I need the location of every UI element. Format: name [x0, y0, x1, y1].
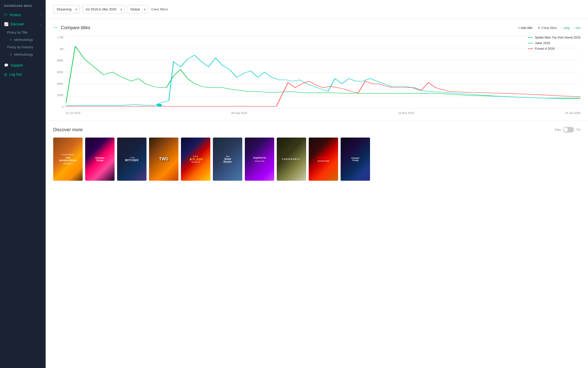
clear-titles-label: Clear titles	[541, 26, 557, 30]
poster-stranger-label: StrangerThings	[85, 138, 115, 181]
sidebar-support-label: Support	[10, 63, 23, 67]
sidebar-item-methodology1[interactable]: Methodology	[3, 36, 46, 43]
chart-main: 01 Jul 2019 08 Sep 2019 16 Nov 2019 24 J…	[66, 36, 580, 114]
discover-header: Discover more Film TV	[53, 127, 580, 132]
legend-label-spiderman: Spider-Man: Far from Home 2019	[535, 36, 580, 39]
film-label: Film	[555, 128, 561, 132]
sidebar-discover-label: Discover	[10, 22, 24, 26]
y-label-800k: 800K	[57, 59, 63, 62]
poster-strangerthings4-label: StrangerThings	[341, 138, 370, 181]
sidebar-item-logout[interactable]: ◎ Log Out	[0, 70, 46, 79]
x-icon: ✕	[538, 26, 540, 30]
chart-svg	[66, 36, 580, 108]
x-label-jul: 01 Jul 2019	[66, 111, 80, 114]
poster-theboys[interactable]: THE BOYS SEASON ONE	[309, 138, 338, 181]
section-header: 〰 Compare titles + Add title ✕ Clear tit…	[53, 25, 580, 31]
sidebar-logout-label: Log Out	[9, 72, 22, 76]
dot-icon2	[10, 54, 12, 55]
export-buttons: ↓ png ↓ csv	[562, 26, 580, 30]
y-label-1.2m: 1.2M	[57, 36, 63, 39]
sidebar-menu-label: DASHBOARD MENU	[0, 0, 46, 10]
clear-filters-button[interactable]: Clear filters	[150, 5, 169, 13]
sidebar-item-methodology2[interactable]: Methodology	[3, 51, 46, 58]
poster-chernobyl[interactable]: CHERNOBYL	[277, 138, 306, 181]
discover-title: Discover more	[53, 127, 83, 132]
chart-legend: Spider-Man: Far from Home 2019 Joker 201…	[528, 36, 580, 51]
sidebar-submenu-discover: Piracy by Title Methodology Piracy by In…	[0, 29, 46, 58]
filters-bar: Streaming Jul 2019 to Mar 2020 Global Cl…	[46, 0, 588, 19]
region-select-wrapper: Global	[127, 5, 148, 13]
compare-titles-section: 〰 Compare titles + Add title ✕ Clear tit…	[46, 19, 588, 121]
methodology2-label: Methodology	[14, 53, 33, 56]
clear-titles-button[interactable]: ✕ Clear titles	[538, 26, 557, 30]
poster-gooddoctor[interactable]: The GoodDoctor	[213, 138, 242, 181]
poster-twd-label: TWD	[149, 138, 178, 181]
dot-icon	[10, 39, 12, 41]
chart-area: 1.2M 1M 800K 600K 400K 200K 0	[53, 36, 580, 114]
discover-section: Discover more Film TV STAR WARS THEMANDA…	[46, 121, 588, 188]
sidebar-protect-label: Protect	[10, 13, 21, 17]
piracy-title-label: Piracy by Title	[7, 30, 28, 34]
svg-point-0	[157, 104, 162, 107]
streaming-select-wrapper: Streaming	[53, 5, 80, 13]
poster-witcher-label: ☽ THE WITCHER	[117, 138, 146, 181]
discover-icon: 📈	[4, 22, 8, 26]
poster-stranger-things[interactable]: StrangerThings	[85, 138, 115, 181]
legend-item-spiderman: Spider-Man: Far from Home 2019	[528, 36, 580, 39]
legend-line-joker	[528, 43, 533, 43]
poster-stranger-things-4[interactable]: StrangerThings	[341, 138, 370, 181]
legend-label-joker: Joker 2019	[535, 41, 550, 45]
piracy-industry-label: Piracy by Industry	[7, 45, 33, 49]
region-select[interactable]: Global	[127, 5, 148, 13]
date-select-wrapper: Jul 2019 to Mar 2020	[82, 5, 124, 13]
chart-y-axis: 1.2M 1M 800K 600K 400K 200K 0	[53, 36, 66, 114]
main-content: Streaming Jul 2019 to Mar 2020 Global Cl…	[46, 0, 588, 368]
sidebar-item-discover[interactable]: 📈 Discover ⌄	[0, 20, 46, 29]
shield-icon: 🛡	[4, 13, 8, 17]
section-actions: + Add title ✕ Clear titles ↓ png ↓ csv	[518, 26, 580, 30]
poster-witcher[interactable]: ☽ THE WITCHER	[117, 138, 146, 181]
sidebar-item-piracy-title[interactable]: Piracy by Title	[3, 29, 46, 36]
add-title-button[interactable]: + Add title	[518, 26, 532, 30]
legend-line-frozen	[528, 48, 533, 49]
sidebar-item-support[interactable]: 💬 Support	[0, 61, 46, 70]
x-label-sep: 08 Sep 2019	[231, 111, 247, 114]
poster-mandalorian[interactable]: STAR WARS THEMANDALORIAN SEASON 1	[53, 138, 83, 181]
poster-mandalorian-label: STAR WARS THEMANDALORIAN SEASON 1	[53, 138, 83, 181]
export-png-button[interactable]: ↓ png	[562, 26, 569, 30]
y-label-1m: 1M	[60, 47, 63, 51]
y-label-200k: 200K	[57, 94, 63, 97]
y-label-600k: 600K	[57, 71, 63, 74]
chart-x-axis: 01 Jul 2019 08 Sep 2019 16 Nov 2019 24 J…	[66, 108, 580, 114]
support-icon: 💬	[4, 63, 8, 67]
sidebar: DASHBOARD MENU 🛡 Protect › 📈 Discover ⌄ …	[0, 0, 46, 368]
x-label-nov: 16 Nov 2019	[398, 111, 414, 114]
poster-flash[interactable]: THE ⚡FLASH SEASON 6	[181, 138, 210, 181]
streaming-select[interactable]: Streaming	[53, 5, 80, 13]
film-tv-switch[interactable]	[563, 127, 574, 132]
compare-titles-title: Compare titles	[61, 25, 90, 30]
film-tv-toggle: Film TV	[555, 127, 580, 132]
legend-label-frozen: Frozen II 2019	[535, 47, 555, 51]
chart-container: 1.2M 1M 800K 600K 400K 200K 0	[53, 36, 580, 114]
poster-flash-label: THE ⚡FLASH SEASON 6	[181, 138, 210, 181]
legend-item-frozen: Frozen II 2019	[528, 47, 580, 51]
poster-twd[interactable]: TWD	[149, 138, 178, 181]
export-csv-button[interactable]: ↓ csv	[574, 26, 580, 30]
poster-chernobyl-label: CHERNOBYL	[277, 138, 306, 181]
logout-icon: ◎	[4, 72, 7, 76]
y-label-400k: 400K	[57, 82, 63, 85]
sidebar-item-piracy-industry[interactable]: Piracy by Industry	[3, 43, 46, 51]
y-label-0: 0	[62, 105, 63, 108]
date-range-select[interactable]: Jul 2019 to Mar 2020	[82, 5, 124, 13]
poster-theboys-label: THE BOYS SEASON ONE	[309, 138, 338, 181]
methodology1-label: Methodology	[14, 38, 33, 42]
wave-icon: 〰	[53, 25, 58, 31]
sidebar-item-protect[interactable]: 🛡 Protect ›	[0, 10, 46, 20]
toggle-knob	[563, 127, 568, 132]
legend-line-spiderman	[528, 37, 533, 38]
poster-euphoria[interactable]: euphoria season one	[245, 138, 274, 181]
tv-label: TV	[576, 128, 580, 132]
poster-grid: STAR WARS THEMANDALORIAN SEASON 1 Strang…	[53, 138, 580, 181]
chevron-right-icon: ›	[41, 14, 42, 16]
